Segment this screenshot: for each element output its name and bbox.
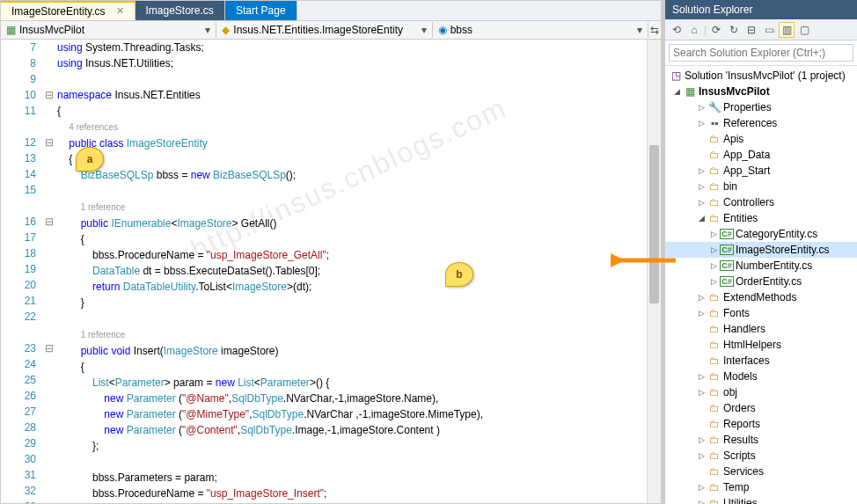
properties-icon[interactable]: ▥ [779, 22, 795, 38]
tree-item-imagestoreentity-cs[interactable]: ▷C#ImageStoreEntity.cs [665, 242, 857, 258]
tree-item-label: obj [723, 386, 737, 398]
refresh-icon[interactable]: ↻ [726, 22, 742, 38]
tree-item-apis[interactable]: 🗀Apis [665, 131, 857, 147]
chevron-icon[interactable]: ▷ [697, 293, 706, 302]
tree-item-label: ImageStoreEntity.cs [736, 244, 830, 256]
tree-item-label: Utilities [723, 497, 758, 504]
nav-type[interactable]: ◆ Insus.NET.Entities.ImageStoreEntity ▾ [216, 22, 432, 38]
solution-search-input[interactable] [669, 44, 853, 62]
chevron-icon[interactable]: ▷ [709, 261, 718, 270]
tree-item-references[interactable]: ▷▪▪References [665, 115, 857, 131]
chevron-icon[interactable] [697, 325, 706, 333]
tab-imagestoreentity-cs[interactable]: ImageStoreEntity.cs✕ [1, 1, 136, 20]
tab-start-page[interactable]: Start Page [225, 1, 297, 20]
tree-item-categoryentity-cs[interactable]: ▷C#CategoryEntity.cs [665, 226, 857, 242]
close-icon[interactable]: ✕ [116, 5, 124, 17]
tree-item-numberentity-cs[interactable]: ▷C#NumberEntity.cs [665, 258, 857, 274]
solution-root[interactable]: ◳ Solution 'InsusMvcPilot' (1 project) [665, 68, 857, 84]
tree-item-label: Scripts [723, 449, 756, 462]
folder-icon: 🗀 [707, 149, 721, 161]
chevron-icon[interactable]: ▷ [697, 451, 706, 460]
tree-item-app_data[interactable]: 🗀App_Data [665, 147, 857, 163]
folder-icon: 🗀 [707, 323, 721, 335]
tree-item-orderentity-cs[interactable]: ▷C#OrderEntity.cs [665, 274, 857, 289]
folder-icon: 🗀 [707, 354, 721, 367]
code-text[interactable]: using System.Threading.Tasks;using Insus… [55, 40, 647, 503]
tab-imagestore-cs[interactable]: ImageStore.cs [136, 1, 225, 20]
nav-split-icon[interactable]: ⇆ [648, 24, 661, 36]
tree-item-reports[interactable]: 🗀Reports [665, 416, 857, 432]
chevron-icon[interactable]: ▷ [697, 119, 706, 128]
chevron-icon[interactable]: ▷ [697, 372, 706, 381]
tree-item-results[interactable]: ▷🗀Results [665, 432, 857, 448]
tree-item-services[interactable]: 🗀Services [665, 464, 857, 479]
chevron-icon[interactable] [697, 150, 706, 159]
tree-item-obj[interactable]: ▷🗀obj [665, 384, 857, 400]
tree-item-label: OrderEntity.cs [736, 275, 802, 288]
chevron-icon[interactable]: ◢ [697, 214, 706, 223]
editor-tabs: ImageStoreEntity.cs✕ImageStore.csStart P… [1, 1, 661, 20]
nav-project-label: InsusMvcPilot [19, 24, 84, 36]
collapse-icon[interactable]: ⊟ [743, 22, 759, 38]
tree-item-entities[interactable]: ◢🗀Entities [665, 210, 857, 226]
tab-label: ImageStore.cs [146, 4, 214, 17]
chevron-icon[interactable]: ▷ [697, 388, 706, 397]
chevron-icon[interactable]: ▷ [697, 103, 706, 112]
tree-item-extendmethods[interactable]: ▷🗀ExtendMethods [665, 289, 857, 305]
back-icon[interactable]: ⟲ [669, 22, 685, 38]
folder-icon: 🗀 [707, 307, 721, 319]
fold-column[interactable]: ⊟ ⊟ ⊟ ⊟ [43, 40, 55, 503]
tree-item-orders[interactable]: 🗀Orders [665, 400, 857, 416]
nav-member-label: bbss [450, 24, 472, 36]
tree-item-label: NumberEntity.cs [736, 259, 812, 272]
tree-item-utilities[interactable]: ▷🗀Utilities [665, 495, 857, 504]
show-all-icon[interactable]: ▭ [761, 22, 777, 38]
tree-item-label: Temp [723, 481, 749, 493]
chevron-icon[interactable]: ▷ [697, 198, 706, 207]
chevron-icon[interactable] [697, 356, 706, 365]
cs-file-icon: C# [720, 276, 734, 287]
preview-icon[interactable]: ▢ [796, 22, 812, 38]
member-icon: ◉ [438, 24, 447, 36]
project-node[interactable]: ◢ ▦ InsusMvcPilot [665, 84, 857, 99]
tree-item-htmlhelpers[interactable]: 🗀HtmlHelpers [665, 337, 857, 353]
tree-item-controllers[interactable]: ▷🗀Controllers [665, 194, 857, 210]
tree-item-handlers[interactable]: 🗀Handlers [665, 321, 857, 337]
chevron-icon[interactable] [697, 340, 706, 349]
chevron-icon[interactable]: ▷ [697, 483, 706, 492]
tree-item-fonts[interactable]: ▷🗀Fonts [665, 305, 857, 321]
tree-item-properties[interactable]: ▷🔧Properties [665, 99, 857, 115]
folder-icon: 🗀 [707, 370, 721, 383]
chevron-icon[interactable] [697, 404, 706, 413]
chevron-icon[interactable]: ▷ [709, 230, 718, 238]
tree-item-temp[interactable]: ▷🗀Temp [665, 479, 857, 495]
solution-root-label: Solution 'InsusMvcPilot' (1 project) [685, 69, 846, 82]
chevron-icon[interactable] [697, 420, 706, 428]
tree-item-bin[interactable]: ▷🗀bin [665, 179, 857, 194]
tree-item-label: References [723, 117, 777, 129]
scrollbar-thumb[interactable] [649, 145, 659, 303]
nav-project[interactable]: ▦ InsusMvcPilot ▾ [1, 22, 216, 38]
home-icon[interactable]: ⌂ [686, 22, 702, 38]
chevron-icon[interactable]: ▷ [697, 499, 706, 504]
solution-tree[interactable]: ◳ Solution 'InsusMvcPilot' (1 project) ◢… [665, 66, 857, 504]
tree-item-scripts[interactable]: ▷🗀Scripts [665, 448, 857, 464]
tree-item-models[interactable]: ▷🗀Models [665, 369, 857, 384]
tree-item-app_start[interactable]: ▷🗀App_Start [665, 163, 857, 179]
chevron-icon[interactable] [697, 467, 706, 476]
code-area[interactable]: 7891011 12131415 16171819202122 23242526… [1, 40, 661, 503]
tree-item-label: Reports [723, 418, 760, 430]
chevron-icon[interactable]: ▷ [697, 435, 706, 444]
sync-icon[interactable]: ⟳ [708, 22, 724, 38]
nav-member[interactable]: ◉ bbss ▾ [433, 22, 648, 38]
chevron-icon[interactable]: ▷ [709, 245, 718, 254]
tree-item-interfaces[interactable]: 🗀Interfaces [665, 353, 857, 369]
chevron-icon[interactable]: ▷ [697, 182, 706, 191]
chevron-down-icon[interactable]: ◢ [672, 87, 681, 96]
chevron-icon[interactable]: ▷ [697, 166, 706, 175]
type-icon: ◆ [222, 24, 230, 36]
chevron-icon[interactable]: ▷ [709, 277, 718, 286]
chevron-icon[interactable]: ▷ [697, 309, 706, 318]
chevron-icon[interactable] [697, 135, 706, 143]
callout-a: a [76, 147, 104, 172]
